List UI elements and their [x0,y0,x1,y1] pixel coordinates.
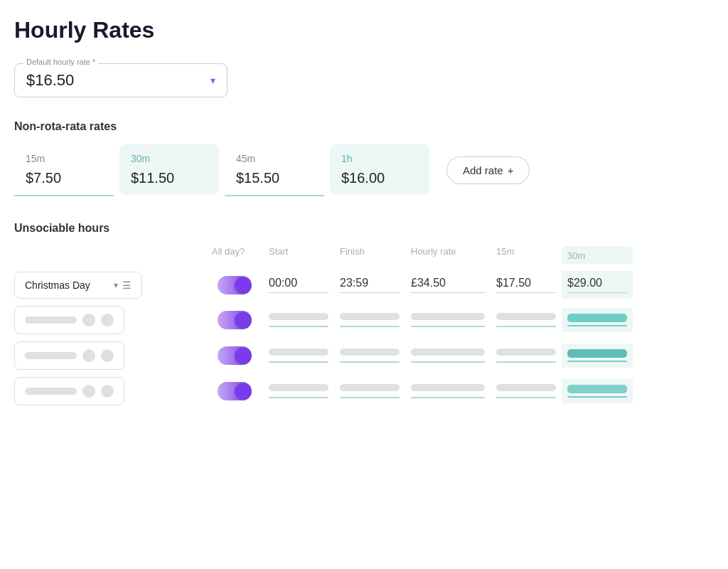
finish-cell[interactable]: 23:59 [334,277,405,293]
page-title: Hourly Rates [14,17,714,43]
placeholder-dot [82,349,95,362]
start-cell [263,313,334,327]
15m-cell [491,349,562,363]
default-rate-dropdown[interactable]: Default hourly rate * $16.50 ▾ [14,63,228,97]
col-15m-header: 15m [491,246,562,264]
cell-placeholder [496,313,556,320]
col-hourlyrate-header: Hourly rate [405,246,491,264]
cell-underline [269,361,328,363]
30m-cell[interactable]: $29.00 [562,271,633,299]
rate-duration-1h: 1h [341,153,418,164]
all-day-toggle[interactable] [218,311,252,329]
placeholder-dot [82,314,95,326]
rate-card-30m[interactable]: 30m $11.50 [119,144,219,195]
toggle-track [218,382,252,400]
add-rate-button[interactable]: Add rate + [446,156,530,184]
dropdown-chevron-icon: ▾ [210,75,215,86]
toggle-track [218,311,252,329]
rate-duration-30m: 30m [131,153,208,164]
toggle-cell[interactable] [206,382,263,400]
start-value: 00:00 [269,277,328,293]
all-day-toggle[interactable] [218,346,252,365]
col-finish-header: Finish [334,246,405,264]
placeholder-name-box[interactable] [14,306,124,334]
placeholder-dot [101,385,114,398]
table-row: Christmas Day ▾ ☰ 00:00 23:59 £34.50 [14,271,714,299]
row-name-cell: Christmas Day ▾ ☰ [14,272,206,299]
table-row [14,341,714,370]
notes-icon: ☰ [122,280,132,291]
cell-underline [496,361,556,363]
col-start-header: Start [263,246,334,264]
add-rate-plus-icon: + [508,164,514,176]
rate-card-1h[interactable]: 1h $16.00 [330,144,429,195]
30m-cell [562,344,633,368]
finish-cell [334,313,405,327]
cell-underline-teal [567,325,627,326]
cell-underline [340,361,400,363]
col-30m-header: 30m [562,246,633,264]
cell-underline [269,397,328,398]
hourly-rate-cell [405,349,491,363]
rate-amount-45m: $15.50 [236,170,313,186]
15m-value: $17.50 [496,277,556,293]
placeholder-name-box[interactable] [14,341,124,370]
start-cell[interactable]: 00:00 [263,277,334,293]
cell-underline-teal [567,361,627,362]
non-rota-section: Non-rota-rata rates 15m $7.50 30m $11.50… [14,120,714,196]
christmas-day-select[interactable]: Christmas Day ▾ ☰ [14,272,142,299]
unsociable-section: Unsociable hours All day? Start Finish H… [14,222,714,405]
cell-placeholder-teal [567,385,627,393]
rate-card-15m[interactable]: 15m $7.50 [14,144,114,196]
toggle-track [218,276,252,294]
col-name-header [14,246,206,264]
cell-underline-teal [567,396,627,398]
row-name-cell [14,341,206,370]
add-rate-label: Add rate [463,164,503,176]
hourly-rate-cell[interactable]: £34.50 [405,277,491,293]
toggle-thumb [235,312,250,328]
rate-amount-15m: $7.50 [26,170,102,186]
toggle-cell[interactable] [206,276,263,294]
placeholder-bar [25,317,77,324]
col-allday-header: All day? [206,246,263,264]
cell-placeholder [269,349,328,356]
cell-underline [269,326,328,327]
table-row [14,377,714,405]
placeholder-bar [25,388,77,395]
finish-cell [334,349,405,363]
cell-underline [496,397,556,398]
placeholder-dot [82,385,95,398]
cell-placeholder-teal [567,314,627,322]
cell-placeholder [340,384,400,391]
toggle-thumb [235,383,250,399]
toggle-thumb [235,277,250,293]
cell-placeholder [269,313,328,320]
finish-cell [334,384,405,398]
hourly-rate-cell [405,384,491,398]
rate-amount-30m: $11.50 [131,170,208,186]
rates-grid: 15m $7.50 30m $11.50 45m $15.50 1h $16.0… [14,144,714,196]
placeholder-name-box[interactable] [14,377,124,405]
default-rate-label: Default hourly rate * [23,58,98,66]
rate-card-45m[interactable]: 45m $15.50 [225,144,324,196]
15m-cell [491,384,562,398]
hourly-rate-value: £34.50 [411,277,485,293]
cell-underline [411,361,485,363]
toggle-track [218,346,252,365]
cell-placeholder [496,349,556,356]
toggle-cell[interactable] [206,311,263,329]
15m-cell[interactable]: $17.50 [491,277,562,293]
cell-placeholder [340,349,400,356]
30m-cell [562,379,633,403]
table-row [14,306,714,334]
all-day-toggle[interactable] [218,382,252,400]
cell-placeholder [411,384,485,391]
rate-duration-15m: 15m [26,153,102,164]
all-day-toggle[interactable] [218,276,252,294]
toggle-cell[interactable] [206,346,263,365]
cell-underline [496,326,556,327]
start-cell [263,384,334,398]
toggle-thumb [235,348,250,363]
cell-placeholder [411,313,485,320]
